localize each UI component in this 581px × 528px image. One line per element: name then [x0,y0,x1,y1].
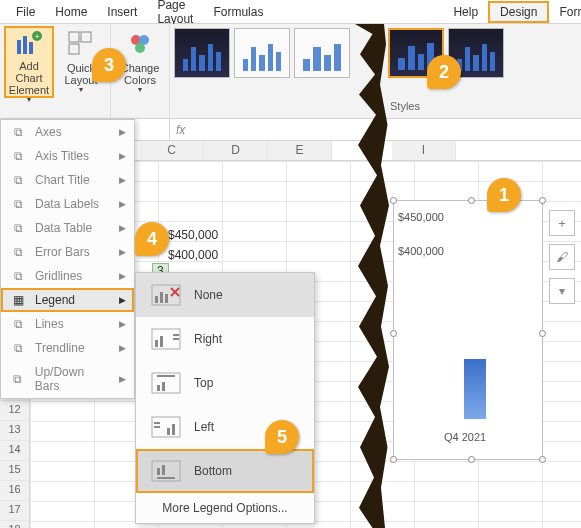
row-header[interactable]: 14 [0,441,30,461]
chart-style-1[interactable] [174,28,230,78]
legend-bottom-icon [150,459,182,483]
chart-title-icon: ⧉ [9,173,27,187]
column-header[interactable]: E [268,141,332,160]
submenu-arrow-icon: ▶ [119,223,126,233]
tab-help[interactable]: Help [443,2,488,22]
legend-more-options[interactable]: More Legend Options... [136,493,314,523]
svg-rect-19 [160,336,163,347]
row-header[interactable]: 13 [0,421,30,441]
menu-item-data-labels[interactable]: ⧉Data Labels▶ [1,192,134,216]
submenu-arrow-icon: ▶ [119,295,126,305]
svg-text:+: + [35,32,40,41]
svg-rect-14 [165,294,168,303]
tab-home[interactable]: Home [45,2,97,22]
chart-styles-label: Styles [390,100,420,112]
submenu-arrow-icon: ▶ [119,374,126,384]
legend-none-label: None [194,288,223,302]
submenu-arrow-icon: ▶ [119,127,126,137]
menu-item-chart-title[interactable]: ⧉Chart Title▶ [1,168,134,192]
plus-icon: ＋ [556,215,568,232]
callout-5: 5 [265,420,299,454]
add-chart-element-icon: + [13,30,45,58]
svg-rect-18 [155,340,158,347]
svg-rect-27 [154,422,160,424]
svg-point-10 [135,43,145,53]
tab-format[interactable]: Format [549,2,581,22]
chart-y-axis: $450,000 $400,000 [398,211,444,257]
quick-layout-icon [65,28,97,60]
svg-rect-30 [172,424,175,435]
data-labels-icon: ⧉ [9,197,27,211]
y-tick-label: $450,000 [398,211,444,223]
fx-icon[interactable]: fx [170,123,191,137]
legend-top-icon [150,371,182,395]
tab-design[interactable]: Design [488,1,549,23]
menu-item-data-table[interactable]: ⧉Data Table▶ [1,216,134,240]
svg-rect-28 [154,426,160,428]
legend-option-none[interactable]: None [136,273,314,317]
row-header[interactable]: 12 [0,401,30,421]
menu-item-error-bars[interactable]: ⧉Error Bars▶ [1,240,134,264]
tab-insert[interactable]: Insert [97,2,147,22]
y-tick-label: $400,000 [398,245,444,257]
legend-right-icon [150,327,182,351]
svg-rect-21 [173,338,179,340]
chart-styles-button[interactable]: 🖌 [549,244,575,270]
svg-rect-5 [69,32,79,42]
add-chart-element-button[interactable]: + Add Chart Element [4,26,54,98]
chart-elements-button[interactable]: ＋ [549,210,575,236]
chart-style-2[interactable] [234,28,290,78]
chart-bar [464,359,486,419]
row-header[interactable]: 15 [0,461,30,481]
change-colors-icon [124,28,156,60]
menu-item-gridlines[interactable]: ⧉Gridlines▶ [1,264,134,288]
svg-rect-33 [162,465,165,475]
menu-item-lines[interactable]: ⧉Lines▶ [1,312,134,336]
submenu-arrow-icon: ▶ [119,175,126,185]
row-header[interactable]: 17 [0,501,30,521]
callout-1: 1 [487,178,521,212]
svg-rect-12 [155,296,158,303]
dropdown-arrow-icon [27,96,31,105]
embedded-chart[interactable]: $450,000 $400,000 Q4 2021 [393,200,543,460]
row-header[interactable]: 16 [0,481,30,501]
legend-option-bottom[interactable]: Bottom [136,449,314,493]
svg-rect-32 [157,468,160,475]
dropdown-arrow-icon [79,86,83,95]
error-bars-icon: ⧉ [9,245,27,259]
column-header[interactable]: C [140,141,204,160]
callout-4: 4 [135,222,169,256]
callout-2: 2 [427,55,461,89]
tab-formulas[interactable]: Formulas [203,2,273,22]
svg-rect-2 [29,42,33,54]
brush-icon: 🖌 [556,250,568,264]
svg-rect-24 [157,385,160,391]
submenu-arrow-icon: ▶ [119,199,126,209]
chart-x-label: Q4 2021 [444,431,486,443]
svg-rect-25 [162,382,165,391]
column-header[interactable]: I [392,141,456,160]
chart-style-3[interactable] [294,28,350,78]
legend-option-top[interactable]: Top [136,361,314,405]
legend-left-icon [150,415,182,439]
trendline-icon: ⧉ [9,341,27,355]
funnel-icon: ▾ [559,284,565,298]
legend-none-icon [150,283,182,307]
column-header[interactable]: D [204,141,268,160]
legend-option-right[interactable]: Right [136,317,314,361]
svg-rect-23 [157,375,175,377]
svg-rect-34 [157,477,175,479]
svg-rect-29 [167,428,170,435]
svg-rect-1 [23,36,27,54]
svg-rect-20 [173,334,179,336]
row-header[interactable]: 18 [0,521,30,528]
data-table-icon: ⧉ [9,221,27,235]
menu-item-legend[interactable]: ▦Legend▶ [1,288,134,312]
cell-value: $400,000 [168,248,218,262]
tab-file[interactable]: File [6,2,45,22]
menu-item-axes[interactable]: ⧉Axes▶ [1,120,134,144]
menu-item-axis-titles[interactable]: ⧉Axis Titles▶ [1,144,134,168]
menu-item-trendline[interactable]: ⧉Trendline▶ [1,336,134,360]
menu-item-updown-bars[interactable]: ⧉Up/Down Bars▶ [1,360,134,398]
chart-filters-button[interactable]: ▾ [549,278,575,304]
